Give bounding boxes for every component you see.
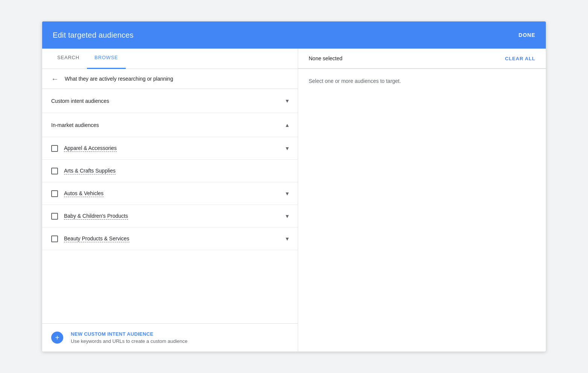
list-item-autos[interactable]: Autos & Vehicles ▾	[42, 182, 298, 205]
dialog-title: Edit targeted audiences	[53, 31, 134, 40]
list-item-arts-label: Arts & Crafts Supplies	[64, 168, 116, 174]
list-item-beauty[interactable]: Beauty Products & Services ▾	[42, 228, 298, 250]
section-in-market-label: In-market audiences	[51, 122, 99, 128]
checkbox-baby[interactable]	[51, 213, 58, 220]
tab-bar: SEARCH BROWSE	[42, 49, 298, 69]
baby-expand-icon: ▾	[286, 212, 289, 220]
checkbox-apparel[interactable]	[51, 145, 58, 152]
add-custom-audience-icon[interactable]: +	[51, 332, 63, 344]
list-item-apparel-label: Apparel & Accessories	[64, 145, 117, 152]
audience-list: Custom intent audiences ▾ In-market audi…	[42, 89, 298, 323]
section-in-market[interactable]: In-market audiences ▴	[42, 113, 298, 137]
edit-audiences-dialog: Edit targeted audiences DONE SEARCH BROW…	[42, 21, 546, 352]
dialog-header: Edit targeted audiences DONE	[42, 21, 546, 49]
breadcrumb-bar: ← What they are actively researching or …	[42, 69, 298, 89]
section-custom-intent-chevron: ▾	[286, 97, 289, 104]
list-item-beauty-label: Beauty Products & Services	[64, 235, 129, 242]
checkbox-autos[interactable]	[51, 190, 58, 197]
list-item-arts-left: Arts & Crafts Supplies	[51, 168, 116, 174]
list-item-baby[interactable]: Baby & Children's Products ▾	[42, 205, 298, 228]
audience-hint-text: Select one or more audiences to target.	[298, 69, 546, 93]
apparel-expand-icon: ▾	[286, 145, 289, 152]
tab-browse[interactable]: BROWSE	[87, 49, 126, 69]
none-selected-label: None selected	[309, 55, 343, 61]
back-arrow-icon[interactable]: ←	[51, 75, 59, 83]
beauty-expand-icon: ▾	[286, 235, 289, 242]
section-custom-intent-label: Custom intent audiences	[51, 98, 109, 104]
list-item-baby-left: Baby & Children's Products	[51, 213, 128, 220]
right-panel-header: None selected CLEAR ALL	[298, 49, 546, 69]
list-item-autos-label: Autos & Vehicles	[64, 190, 104, 197]
new-custom-audience-subtitle: Use keywords and URLs to create a custom…	[71, 338, 187, 344]
checkbox-beauty[interactable]	[51, 235, 58, 242]
bottom-bar: + NEW CUSTOM INTENT AUDIENCE Use keyword…	[42, 323, 298, 352]
list-item-baby-label: Baby & Children's Products	[64, 213, 128, 220]
done-button[interactable]: DONE	[519, 32, 535, 38]
bottom-bar-text: NEW CUSTOM INTENT AUDIENCE Use keywords …	[71, 331, 187, 344]
autos-expand-icon: ▾	[286, 190, 289, 197]
list-item-apparel[interactable]: Apparel & Accessories ▾	[42, 137, 298, 160]
content-area: ← What they are actively researching or …	[42, 69, 546, 352]
clear-all-button[interactable]: CLEAR ALL	[505, 56, 535, 61]
new-custom-audience-title[interactable]: NEW CUSTOM INTENT AUDIENCE	[71, 331, 187, 337]
right-panel: Select one or more audiences to target.	[298, 69, 546, 352]
left-panel: ← What they are actively researching or …	[42, 69, 298, 352]
tab-search[interactable]: SEARCH	[50, 49, 87, 69]
list-item-beauty-left: Beauty Products & Services	[51, 235, 129, 242]
list-item-arts[interactable]: Arts & Crafts Supplies ▾	[42, 160, 298, 182]
checkbox-arts[interactable]	[51, 168, 58, 174]
list-item-apparel-left: Apparel & Accessories	[51, 145, 117, 152]
breadcrumb-text: What they are actively researching or pl…	[65, 76, 173, 82]
section-in-market-chevron: ▴	[286, 121, 289, 128]
section-custom-intent[interactable]: Custom intent audiences ▾	[42, 89, 298, 113]
list-item-autos-left: Autos & Vehicles	[51, 190, 104, 197]
